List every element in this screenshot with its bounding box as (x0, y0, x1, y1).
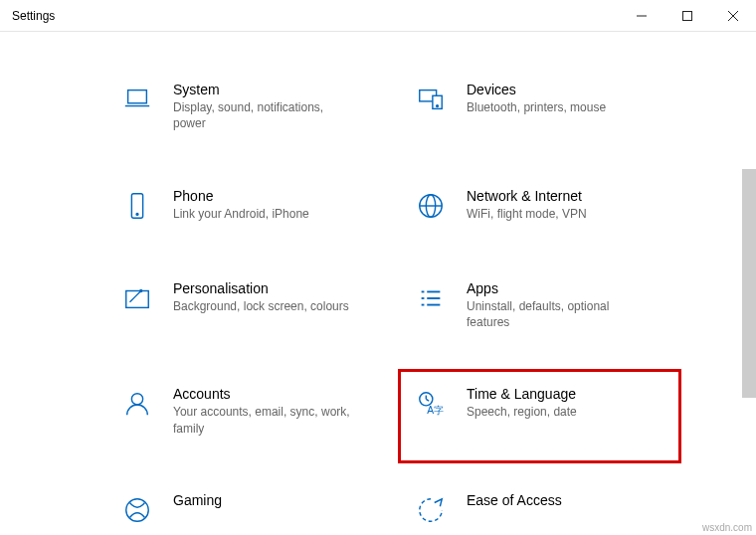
titlebar: Settings (0, 0, 756, 32)
tile-desc: WiFi, flight mode, VPN (467, 206, 587, 222)
tile-label: Time & Language (467, 386, 577, 402)
tile-ease-of-access[interactable]: Ease of Access (413, 492, 666, 535)
tile-text: System Display, sound, notifications, po… (173, 82, 352, 131)
tile-label: Gaming (173, 492, 222, 508)
svg-point-27 (126, 499, 149, 522)
tile-accounts[interactable]: Accounts Your accounts, email, sync, wor… (119, 386, 373, 443)
globe-icon (413, 188, 449, 224)
window-controls (619, 0, 756, 32)
tile-text: Time & Language Speech, region, date (467, 386, 577, 420)
maximize-button[interactable] (664, 0, 710, 32)
tile-text: Gaming (173, 492, 222, 510)
svg-point-10 (136, 213, 138, 215)
tile-phone[interactable]: Phone Link your Android, iPhone (119, 188, 373, 231)
tile-desc: Bluetooth, printers, mouse (467, 99, 606, 115)
tile-desc: Speech, region, date (467, 404, 577, 420)
tile-label: Personalisation (173, 280, 349, 296)
tile-network[interactable]: Network & Internet WiFi, flight mode, VP… (413, 188, 666, 231)
tile-personalisation[interactable]: Personalisation Background, lock screen,… (119, 280, 373, 337)
tile-system[interactable]: System Display, sound, notifications, po… (119, 82, 373, 138)
tile-desc: Link your Android, iPhone (173, 206, 309, 222)
paint-icon (119, 280, 155, 316)
tile-label: Devices (467, 82, 606, 97)
svg-point-22 (131, 394, 142, 405)
settings-grid: System Display, sound, notifications, po… (0, 32, 756, 535)
devices-icon (413, 82, 449, 117)
svg-text:A字: A字 (427, 406, 444, 417)
time-language-icon: A字 (413, 386, 449, 422)
tile-time-language[interactable]: A字 Time & Language Speech, region, date (398, 369, 681, 463)
person-icon (119, 386, 155, 422)
tile-label: Phone (173, 188, 309, 204)
svg-point-8 (437, 105, 439, 107)
xbox-icon (119, 492, 155, 528)
tile-desc: Background, lock screen, colours (173, 298, 349, 314)
apps-icon (413, 280, 449, 316)
tile-label: Ease of Access (467, 492, 562, 508)
minimize-button[interactable] (619, 0, 664, 32)
svg-rect-4 (128, 90, 147, 103)
window-title: Settings (12, 9, 55, 23)
svg-line-25 (426, 400, 429, 402)
svg-rect-1 (683, 11, 692, 20)
tile-text: Phone Link your Android, iPhone (173, 188, 309, 222)
close-button[interactable] (710, 0, 756, 32)
ease-of-access-icon (413, 492, 449, 528)
tile-text: Personalisation Background, lock screen,… (173, 280, 349, 314)
phone-icon (119, 188, 155, 224)
tile-desc: Your accounts, email, sync, work, family (173, 404, 352, 436)
watermark: wsxdn.com (702, 522, 752, 533)
tile-label: Network & Internet (467, 188, 587, 204)
tile-text: Network & Internet WiFi, flight mode, VP… (467, 188, 587, 222)
tile-text: Accounts Your accounts, email, sync, wor… (173, 386, 352, 436)
tile-gaming[interactable]: Gaming (119, 492, 373, 535)
tile-label: Apps (467, 280, 646, 296)
svg-rect-14 (126, 290, 149, 307)
tile-devices[interactable]: Devices Bluetooth, printers, mouse (413, 82, 666, 138)
scrollbar-thumb[interactable] (742, 169, 756, 398)
tile-label: System (173, 82, 352, 97)
tile-label: Accounts (173, 386, 352, 402)
tile-desc: Uninstall, defaults, optional features (467, 298, 646, 330)
tile-text: Ease of Access (467, 492, 562, 510)
laptop-icon (119, 82, 155, 117)
tile-text: Devices Bluetooth, printers, mouse (467, 82, 606, 115)
tile-text: Apps Uninstall, defaults, optional featu… (467, 280, 646, 330)
tile-apps[interactable]: Apps Uninstall, defaults, optional featu… (413, 280, 666, 337)
tile-desc: Display, sound, notifications, power (173, 99, 352, 131)
